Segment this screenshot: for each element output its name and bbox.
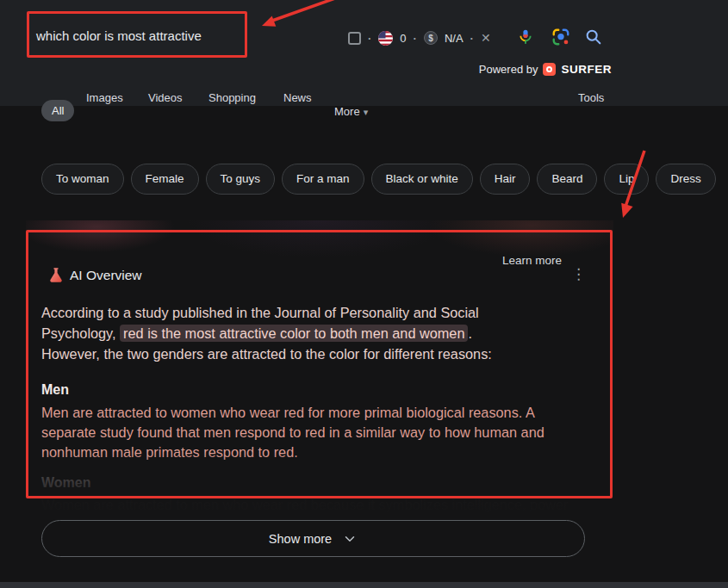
men-section-heading: Men [41,382,69,398]
google-search-results-page: which color is most attractive · [0,0,728,588]
show-more-label: Show more [269,532,332,546]
dollar-icon[interactable]: $ [424,31,438,45]
search-header: which color is most attractive · [0,0,728,106]
tab-more[interactable]: More▾ [334,105,368,118]
powered-by-surfer: Powered by SURFER [479,62,612,76]
google-lens-icon[interactable] [551,28,570,46]
price-label: N/A [445,32,464,45]
highlighted-answer: red is the most attractive color to both… [120,325,468,342]
chip-beard[interactable]: Beard [537,164,597,195]
microphone-icon[interactable] [516,28,535,46]
search-input[interactable]: which color is most attractive [36,28,202,43]
tab-tools[interactable]: Tools [578,91,604,104]
chip-to-woman[interactable]: To woman [41,164,124,195]
chip-hair[interactable]: Hair [480,164,531,195]
separator-dot: · [414,32,417,45]
chip-to-guys[interactable]: To guys [206,164,276,195]
tab-videos[interactable]: Videos [148,91,183,104]
chip-lip[interactable]: Lip [604,164,649,195]
separator-dot: · [470,32,474,45]
surfer-logo-icon [543,63,556,76]
ai-overview-intro-paragraph: According to a study published in the Jo… [41,302,606,364]
us-flag-icon[interactable] [378,31,393,46]
next-section-edge [0,582,728,588]
filter-chips-row: To woman Female To guys For a man Black … [41,164,716,195]
separator-dot: · [368,32,371,45]
ai-overview-title: AI Overview [70,268,142,283]
learn-more-link[interactable]: Learn more [502,254,562,267]
flag-count-label: 0 [400,32,406,45]
tab-all-selected[interactable]: All [41,100,74,121]
tab-shopping[interactable]: Shopping [208,91,256,104]
chip-female[interactable]: Female [131,164,199,195]
search-icon[interactable] [584,28,603,46]
surfer-brand-label: SURFER [561,63,612,76]
close-icon[interactable]: ✕ [481,31,491,45]
tab-more-label: More [334,105,360,118]
content-fade-overlay [28,452,611,521]
powered-by-label: Powered by [479,63,538,76]
tab-images[interactable]: Images [86,91,123,104]
chip-for-a-man[interactable]: For a man [282,164,364,195]
show-more-button[interactable]: Show more [41,520,585,557]
extension-checkbox[interactable] [348,32,361,45]
overflow-menu-icon[interactable]: ⋮ [571,265,586,283]
extension-toolbar: · 0 · $ N/A · ✕ [348,26,491,50]
chevron-down-icon: ▾ [364,107,369,117]
chevron-down-icon [342,531,358,547]
ai-overview-flask-icon [47,266,65,284]
chip-black-or-white[interactable]: Black or white [371,164,473,195]
tab-news[interactable]: News [283,91,312,104]
chip-dress[interactable]: Dress [656,164,715,195]
